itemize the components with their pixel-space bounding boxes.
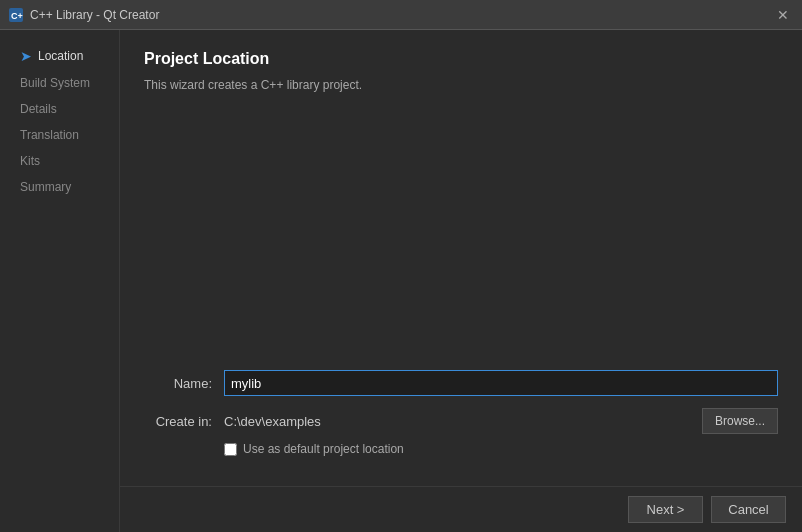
- name-label: Name:: [144, 376, 224, 391]
- titlebar-left: C+ C++ Library - Qt Creator: [8, 7, 159, 23]
- close-button[interactable]: ✕: [772, 5, 794, 25]
- default-location-checkbox[interactable]: [224, 443, 237, 456]
- sidebar-item-label: Build System: [20, 76, 90, 90]
- page-subtitle: This wizard creates a C++ library projec…: [144, 78, 778, 92]
- sidebar-item-kits[interactable]: Kits: [0, 148, 119, 174]
- create-in-path: C:\dev\examples: [224, 414, 690, 429]
- create-in-row: Create in: C:\dev\examples Browse...: [144, 408, 778, 434]
- sidebar-item-label: Translation: [20, 128, 79, 142]
- svg-text:C+: C+: [11, 11, 23, 21]
- sidebar-item-translation[interactable]: Translation: [0, 122, 119, 148]
- window-title: C++ Library - Qt Creator: [30, 8, 159, 22]
- right-panel: Project Location This wizard creates a C…: [120, 30, 802, 532]
- name-input[interactable]: [224, 370, 778, 396]
- footer: Next > Cancel: [120, 486, 802, 532]
- cancel-button[interactable]: Cancel: [711, 496, 786, 523]
- form-area: Name: Create in: C:\dev\examples Browse.…: [144, 370, 778, 466]
- sidebar-item-label: Kits: [20, 154, 40, 168]
- sidebar-item-details[interactable]: Details: [0, 96, 119, 122]
- next-button[interactable]: Next >: [628, 496, 703, 523]
- sidebar-item-label: Location: [38, 49, 83, 63]
- sidebar: ➤ Location Build System Details Translat…: [0, 30, 120, 532]
- app-icon: C+: [8, 7, 24, 23]
- checkbox-label: Use as default project location: [243, 442, 404, 456]
- sidebar-item-label: Summary: [20, 180, 71, 194]
- sidebar-item-build-system[interactable]: Build System: [0, 70, 119, 96]
- create-in-label: Create in:: [144, 414, 224, 429]
- sidebar-item-label: Details: [20, 102, 57, 116]
- sidebar-item-summary[interactable]: Summary: [0, 174, 119, 200]
- checkbox-row: Use as default project location: [144, 442, 778, 456]
- name-row: Name:: [144, 370, 778, 396]
- page-title: Project Location: [144, 50, 778, 68]
- content-area: Project Location This wizard creates a C…: [120, 30, 802, 486]
- browse-button[interactable]: Browse...: [702, 408, 778, 434]
- active-arrow-icon: ➤: [20, 48, 32, 64]
- titlebar: C+ C++ Library - Qt Creator ✕: [0, 0, 802, 30]
- dialog-body: ➤ Location Build System Details Translat…: [0, 30, 802, 532]
- sidebar-item-location[interactable]: ➤ Location: [0, 42, 119, 70]
